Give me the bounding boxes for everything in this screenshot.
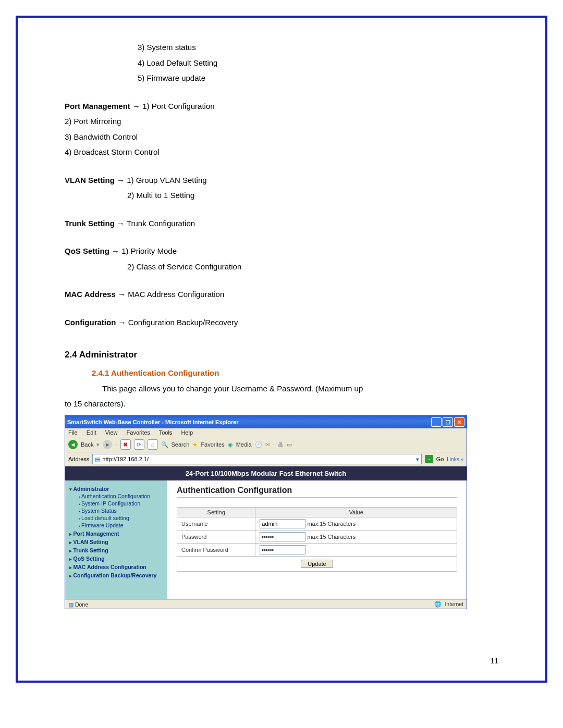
main-pane: Authentication Configuration Setting Val…	[167, 480, 467, 599]
back-icon[interactable]: ◄	[68, 440, 78, 449]
go-label[interactable]: Go	[436, 456, 444, 462]
menu-file[interactable]: File	[68, 429, 78, 436]
search-icon[interactable]: 🔍	[161, 441, 168, 448]
globe-icon: 🌐	[434, 601, 442, 607]
page-border: 3) System status 4) Load Default Setting…	[16, 16, 547, 683]
port-mgmt-3: 3) Bandwidth Control	[65, 130, 498, 144]
mac-label: MAC Address	[65, 290, 116, 299]
status-bar: ▤ Done 🌐 Internet	[65, 599, 467, 609]
password-hint: max:15 Characters	[307, 534, 356, 540]
home-icon[interactable]: ⌂	[148, 439, 158, 450]
maximize-icon[interactable]: ❐	[443, 417, 453, 427]
address-url: http://192.168.2.1/	[102, 456, 149, 462]
links-label[interactable]: Links »	[447, 456, 463, 462]
username-input[interactable]	[260, 519, 305, 528]
table-row: Password max:15 Characters	[177, 530, 457, 544]
arrow-icon: →	[117, 176, 127, 184]
stop-icon[interactable]: ✖	[120, 439, 131, 450]
edit-icon[interactable]: ▭	[287, 441, 292, 448]
password-input[interactable]	[260, 532, 305, 541]
menu-bar: File Edit View Favorites Tools Help	[65, 428, 467, 437]
toolbar: ◄ Back ▾ ► · ✖ ⟳ ⌂ 🔍 Search ★ Favorites …	[65, 437, 467, 452]
col-value: Value	[255, 508, 457, 517]
qos-1: 1) Priority Mode	[121, 246, 177, 255]
arrow-icon: →	[118, 318, 128, 327]
search-label[interactable]: Search	[172, 441, 190, 448]
go-icon[interactable]: →	[425, 455, 433, 463]
refresh-icon[interactable]: ⟳	[134, 439, 144, 450]
qos-2: 2) Class of Service Configuration	[127, 260, 498, 274]
close-icon[interactable]: ✕	[454, 417, 464, 427]
sidebar-firmware-update[interactable]: Firmware Update	[79, 522, 163, 528]
sidebar-vlan-setting[interactable]: VLAN Setting	[69, 539, 163, 545]
page-content: 24-Port 10/100Mbps Modular Fast Ethernet…	[65, 466, 467, 599]
window-titlebar: SmartSwitch Web-Base Controller - Micros…	[65, 416, 467, 428]
menu-edit[interactable]: Edit	[87, 429, 96, 436]
vlan-1: 1) Group VLAN Setting	[127, 176, 206, 184]
vlan-section: VLAN Setting → 1) Group VLAN Setting 2) …	[65, 174, 498, 202]
col-setting: Setting	[177, 508, 255, 517]
sidebar-configuration[interactable]: Configuration Backup/Recovery	[69, 572, 163, 578]
config-section: Configuration → Configuration Backup/Rec…	[65, 316, 498, 329]
port-mgmt-1: 1) Port Configuration	[142, 102, 214, 110]
subsection-heading: 2.4.1 Authentication Configuration	[92, 368, 498, 377]
arrow-icon: →	[117, 219, 127, 228]
main-heading: Authentication Configuration	[177, 486, 457, 495]
sys-item-3: 3) System status	[138, 41, 498, 54]
system-list: 3) System status 4) Load Default Setting…	[138, 41, 498, 85]
media-icon[interactable]: ◉	[228, 441, 233, 448]
menu-view[interactable]: View	[105, 429, 118, 436]
confirm-password-input[interactable]	[260, 545, 305, 554]
sidebar-system-status[interactable]: System Status	[79, 508, 163, 514]
nav-sidebar: Administrator Authentication Configurati…	[65, 480, 167, 599]
arrow-icon: →	[112, 246, 121, 255]
favorites-icon[interactable]: ★	[192, 441, 198, 448]
config-1: Configuration Backup/Recovery	[128, 318, 238, 327]
menu-help[interactable]: Help	[181, 429, 193, 436]
favorites-label[interactable]: Favorites	[201, 441, 224, 448]
sidebar-load-default[interactable]: Load default setting	[79, 515, 163, 521]
divider	[177, 497, 457, 498]
port-mgmt-4: 4) Broadcast Storm Control	[65, 145, 498, 159]
vlan-label: VLAN Setting	[65, 176, 115, 184]
sidebar-qos-setting[interactable]: QoS Setting	[69, 556, 163, 562]
body-line-1: This page allows you to change your User…	[65, 381, 498, 397]
update-button[interactable]: Update	[301, 560, 333, 568]
print-icon[interactable]: 🖶	[278, 441, 284, 448]
row-username-label: Username	[177, 517, 255, 530]
username-hint: max:15 Characters	[307, 521, 356, 527]
port-management-section: Port Management → 1) Port Configuration …	[65, 100, 498, 159]
media-label[interactable]: Media	[236, 441, 252, 448]
address-label: Address	[68, 456, 89, 462]
minimize-icon[interactable]: _	[431, 417, 442, 427]
sys-item-5: 5) Firmware update	[138, 71, 498, 85]
qos-section: QoS Setting → 1) Priority Mode 2) Class …	[65, 244, 498, 273]
sidebar-administrator[interactable]: Administrator	[69, 486, 163, 492]
body-line-2: to 15 characters).	[65, 399, 126, 408]
row-password-label: Password	[177, 530, 255, 544]
menu-tools[interactable]: Tools	[159, 429, 173, 436]
arrow-icon: →	[132, 102, 142, 110]
sidebar-mac-address[interactable]: MAC Address Configuration	[69, 564, 163, 570]
page-icon: ▤	[95, 456, 100, 463]
history-icon[interactable]: 🕘	[255, 441, 262, 448]
dropdown-icon[interactable]: ▾	[416, 456, 419, 463]
back-label[interactable]: Back	[81, 441, 93, 448]
address-bar: Address ▤ http://192.168.2.1/ ▾ → Go Lin…	[65, 452, 467, 466]
sidebar-port-management[interactable]: Port Management	[69, 530, 163, 537]
qos-label: QoS Setting	[65, 246, 109, 255]
window-title: SmartSwitch Web-Base Controller - Micros…	[67, 419, 239, 425]
sidebar-system-ip[interactable]: System IP Configuration	[79, 500, 163, 507]
browser-window: SmartSwitch Web-Base Controller - Micros…	[65, 415, 467, 609]
page-icon: ▤	[68, 601, 74, 608]
forward-icon[interactable]: ►	[103, 440, 112, 449]
trunk-1: Trunk Configuration	[127, 219, 195, 228]
mac-section: MAC Address → MAC Address Configuration	[65, 288, 498, 301]
port-mgmt-label: Port Management	[65, 102, 130, 110]
sidebar-auth-config[interactable]: Authentication Configuration	[79, 493, 163, 499]
status-zone: Internet	[445, 601, 463, 607]
sidebar-trunk-setting[interactable]: Trunk Setting	[69, 547, 163, 553]
address-input[interactable]: ▤ http://192.168.2.1/ ▾	[92, 454, 421, 464]
menu-favorites[interactable]: Favorites	[127, 429, 150, 436]
mail-icon[interactable]: ✉	[265, 441, 270, 448]
